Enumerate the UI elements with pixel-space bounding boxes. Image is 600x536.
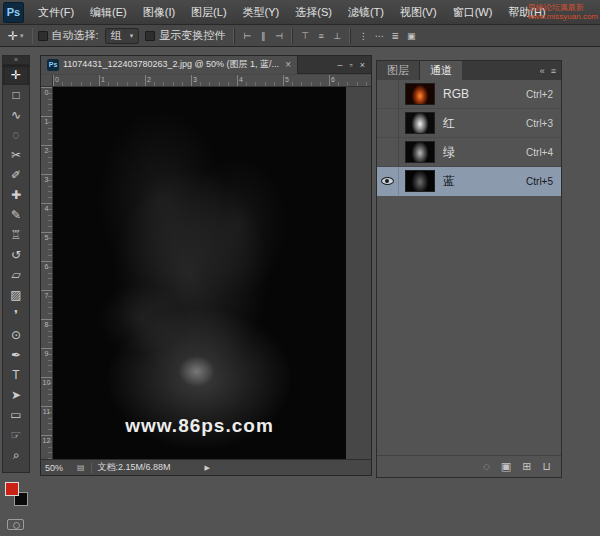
blur-tool[interactable]: ❜: [3, 305, 29, 325]
gradient-tool[interactable]: ▨: [3, 285, 29, 305]
menu-filter[interactable]: 滤镜(T): [340, 0, 392, 24]
pen-tool[interactable]: ✒: [3, 345, 29, 365]
close-window-button[interactable]: ×: [360, 60, 365, 70]
menu-window[interactable]: 窗口(W): [445, 0, 501, 24]
brush-tool[interactable]: ✎: [3, 205, 29, 225]
menu-type[interactable]: 类型(Y): [235, 0, 288, 24]
zoom-tool[interactable]: ⌕: [3, 445, 29, 465]
document-content: 0 1 2 3 4 5 6 0 1 2 3: [41, 75, 371, 459]
quick-mask-button[interactable]: [7, 519, 24, 530]
show-transform-label: 显示变换控件: [159, 28, 225, 43]
align-top-edges-icon[interactable]: ⊤: [297, 28, 313, 44]
tool-icon: ▨: [10, 289, 21, 301]
ruler-number: 1: [41, 116, 52, 145]
panel-menu-icon[interactable]: ≡: [551, 66, 556, 76]
healing-brush-tool[interactable]: ✚: [3, 185, 29, 205]
ruler-number: 5: [283, 75, 329, 86]
tool-preset-picker[interactable]: ✛ ▾: [5, 29, 27, 43]
save-selection-as-channel-icon[interactable]: ▣: [501, 461, 511, 472]
auto-select-checkbox[interactable]: 自动选择:: [38, 28, 99, 43]
document-tab[interactable]: Ps 11074431_122403780263_2.jpg @ 50% (图层…: [41, 56, 298, 74]
menu-select[interactable]: 选择(S): [287, 0, 340, 24]
ruler-number: 3: [41, 174, 52, 203]
restore-button[interactable]: ▫: [350, 60, 353, 70]
ruler-origin-corner[interactable]: [41, 75, 53, 87]
horizontal-ruler[interactable]: 0 1 2 3 4 5 6: [53, 75, 371, 87]
status-options-icon[interactable]: ▤: [77, 463, 85, 472]
load-channel-as-selection-icon[interactable]: ◌: [483, 461, 490, 472]
minimize-button[interactable]: –: [338, 60, 343, 70]
channel-name: RGB: [443, 87, 469, 101]
close-tab-icon[interactable]: ×: [285, 59, 291, 70]
channel-name: 绿: [443, 144, 455, 161]
menu-view[interactable]: 视图(V): [392, 0, 445, 24]
tool-icon: □: [12, 89, 19, 101]
show-transform-checkbox[interactable]: 显示变换控件: [145, 28, 225, 43]
zoom-level-field[interactable]: 50%: [45, 463, 71, 473]
ruler-number: 5: [41, 232, 52, 261]
tool-icon: ▭: [10, 409, 21, 421]
toolbar-collapse-icon[interactable]: »: [3, 56, 29, 65]
channel-row[interactable]: 蓝 Ctrl+5: [377, 167, 561, 196]
clone-stamp-tool[interactable]: ♖: [3, 225, 29, 245]
ruler-number: 6: [329, 75, 371, 86]
align-left-edges-icon[interactable]: ⊢: [239, 28, 255, 44]
history-brush-tool[interactable]: ↺: [3, 245, 29, 265]
distribute-bottom-icon[interactable]: ≣: [387, 28, 403, 44]
status-menu-arrow-icon[interactable]: ▶: [205, 464, 210, 472]
channel-thumbnail: [405, 141, 435, 163]
menu-file[interactable]: 文件(F): [30, 0, 82, 24]
channels-panel: 图层 通道 « ≡ RGB Ctrl+2 红: [376, 60, 562, 478]
ruler-number: 0: [41, 87, 52, 116]
shape-tool[interactable]: ▭: [3, 405, 29, 425]
quick-selection-tool[interactable]: ◌: [3, 125, 29, 145]
image-canvas[interactable]: www.86ps.com: [53, 87, 346, 459]
tool-icon: ↺: [11, 249, 21, 261]
auto-align-layers-icon[interactable]: ▣: [403, 28, 419, 44]
auto-select-dropdown[interactable]: 组 ▾: [105, 28, 140, 44]
hand-tool[interactable]: ☞: [3, 425, 29, 445]
align-vertical-centers-icon[interactable]: ≡: [313, 28, 329, 44]
eraser-tool[interactable]: ▱: [3, 265, 29, 285]
channel-row[interactable]: 红 Ctrl+3: [377, 109, 561, 138]
tab-layers[interactable]: 图层: [377, 61, 420, 80]
eye-icon: [381, 177, 394, 185]
channel-row[interactable]: RGB Ctrl+2: [377, 80, 561, 109]
lasso-tool[interactable]: ∿: [3, 105, 29, 125]
tool-icon: ♖: [11, 229, 22, 241]
panel-tab-bar: 图层 通道 « ≡: [377, 61, 561, 80]
tab-channels[interactable]: 通道: [420, 61, 462, 80]
new-channel-icon[interactable]: ⊞: [522, 461, 531, 472]
panel-header-icons: « ≡: [540, 61, 561, 80]
eyedropper-tool[interactable]: ✐: [3, 165, 29, 185]
foreground-color-swatch[interactable]: [5, 482, 19, 496]
site-watermark-line1: 思缘论坛属最新: [528, 3, 598, 12]
dodge-tool[interactable]: ⊙: [3, 325, 29, 345]
ruler-number: 1: [99, 75, 145, 86]
move-tool[interactable]: ✛: [3, 65, 29, 85]
menu-bar: Ps 文件(F) 编辑(E) 图像(I) 图层(L) 类型(Y) 选择(S) 滤…: [0, 0, 600, 25]
visibility-toggle[interactable]: [377, 167, 399, 195]
vertical-ruler[interactable]: 0 1 2 3 4 5 6 7 8 9 10 11: [41, 87, 53, 459]
crop-tool[interactable]: ✂: [3, 145, 29, 165]
visibility-toggle[interactable]: [377, 138, 399, 166]
visibility-toggle[interactable]: [377, 80, 399, 108]
collapse-panel-icon[interactable]: «: [540, 66, 545, 76]
window-controls: – ▫ ×: [338, 60, 371, 70]
align-bottom-edges-icon[interactable]: ⊥: [329, 28, 345, 44]
align-right-edges-icon[interactable]: ⊣: [271, 28, 287, 44]
channel-row[interactable]: 绿 Ctrl+4: [377, 138, 561, 167]
distribute-vertical-centers-icon[interactable]: ⋯: [371, 28, 387, 44]
delete-channel-icon[interactable]: ⊔: [542, 461, 551, 472]
visibility-toggle[interactable]: [377, 109, 399, 137]
chevron-down-icon: ▾: [130, 32, 134, 40]
menu-edit[interactable]: 编辑(E): [82, 0, 135, 24]
menu-layer[interactable]: 图层(L): [183, 0, 234, 24]
menu-image[interactable]: 图像(I): [135, 0, 183, 24]
auto-select-label: 自动选择:: [52, 28, 99, 43]
rectangular-marquee-tool[interactable]: □: [3, 85, 29, 105]
type-tool[interactable]: T: [3, 365, 29, 385]
align-horizontal-centers-icon[interactable]: ∥: [255, 28, 271, 44]
path-selection-tool[interactable]: ➤: [3, 385, 29, 405]
distribute-top-icon[interactable]: ⋮: [355, 28, 371, 44]
